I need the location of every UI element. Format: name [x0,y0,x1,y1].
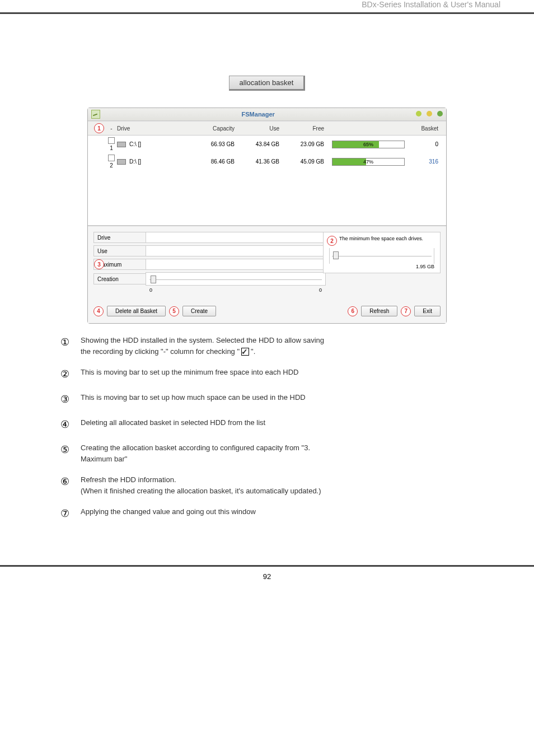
callout-7: 7 [401,306,411,316]
description-list: ① Showing the HDD installed in the syste… [58,335,484,521]
callout-2: 2 [327,236,337,246]
page-body: allocation basket FSManager 1 - Drive Ca… [0,36,534,548]
hdr-free: Free [279,125,324,132]
creation-min: 0 [149,287,152,293]
usage-bar: 65% [332,141,405,148]
drive-icon [117,159,126,165]
min-free-value: 1.95 GB [327,264,434,269]
callout-1: 1 [94,123,104,133]
table-row: 2D:\ []86.46 GB41.36 GB45.09 GB47%316 [88,153,446,170]
minimize-icon[interactable] [416,111,421,116]
hdr-use: Use [235,125,279,132]
field-use [146,245,326,256]
hdr-capacity: Capacity [190,125,235,132]
table-row: 1C:\ []66.93 GB43.84 GB23.09 GB65%0 [88,136,446,153]
checkbox-icon [241,348,249,356]
fsmanager-window: FSManager 1 - Drive Capacity Use Free Ba… [87,108,447,324]
min-free-panel: 2 The minimum free space each drives. 1.… [323,232,441,273]
creation-max: 0 [319,287,322,293]
hdr-basket: Basket [405,125,442,132]
delete-all-basket-button[interactable]: Delete all Basket [107,306,166,316]
fsmanager-app-icon [91,110,100,119]
callout-3: 3 [94,259,104,269]
label-use: Use [93,245,146,256]
drive-icon [117,142,126,147]
allocation-panel: Drive Use 3 Maximum Creation 0 0 [88,226,446,300]
desc-item-1: ① Showing the HDD installed in the syste… [58,335,484,357]
usage-bar: 47% [332,158,405,166]
label-creation: Creation [93,273,146,284]
fsmanager-titlebar: FSManager [88,108,446,121]
fsmanager-title: FSManager [104,111,413,118]
window-controls [413,111,443,118]
page-footer: 92 [0,565,534,581]
callout-6: 6 [348,306,358,316]
desc-item-3: ③ This is moving bar to set up how much … [58,392,484,407]
callout-5: 5 [169,306,179,316]
field-maximum [146,259,326,270]
desc-item-4: ④ Deleting all allocated basket in selec… [58,417,484,432]
exit-button[interactable]: Exit [414,306,441,316]
page-number: 92 [263,572,271,581]
callout-4: 4 [93,306,104,316]
label-drive: Drive [93,232,146,243]
hdr-drive: Drive [117,125,190,132]
page-header: BDx-Series Installation & User's Manual [0,0,534,14]
drive-checkbox[interactable] [108,155,115,161]
min-free-slider[interactable] [329,248,434,264]
button-row: 4 Delete all Basket 5 Create 6 Refresh 7… [88,300,446,323]
close-icon[interactable] [437,111,443,116]
desc-item-7: ⑦ Applying the changed value and going o… [58,506,484,521]
maximize-icon[interactable] [427,111,432,116]
field-drive[interactable] [146,232,326,243]
drive-table-header: 1 - Drive Capacity Use Free Basket [88,121,446,136]
desc-item-2: ② This is moving bar to set up the minim… [58,367,484,382]
creation-slider[interactable]: 0 0 [146,272,326,286]
refresh-button[interactable]: Refresh [361,306,397,316]
desc-item-6: ⑥ Refresh the HDD information. (When it … [58,474,484,496]
drive-table-body: 1C:\ []66.93 GB43.84 GB23.09 GB65%0 2D:\… [88,136,446,226]
create-button[interactable]: Create [182,306,216,316]
desc-item-5: ⑤ Creating the allocation basket accordi… [58,442,484,464]
min-free-title: The minimum free space each drives. [339,236,423,241]
drive-checkbox[interactable] [108,137,115,144]
allocation-basket-button[interactable]: allocation basket [229,76,306,91]
